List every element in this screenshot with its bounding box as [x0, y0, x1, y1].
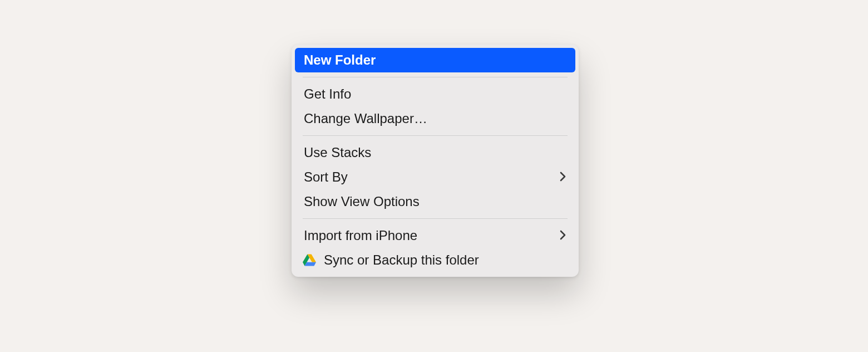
menu-item-label: New Folder	[304, 53, 566, 67]
menu-item-label: Show View Options	[304, 195, 566, 208]
menu-item-new-folder[interactable]: New Folder	[295, 48, 575, 72]
menu-divider	[303, 135, 568, 136]
menu-item-label: Get Info	[304, 87, 566, 101]
google-drive-icon	[302, 252, 317, 268]
menu-item-get-info[interactable]: Get Info	[295, 82, 575, 106]
menu-item-label: Use Stacks	[304, 146, 566, 159]
context-menu[interactable]: New Folder Get Info Change Wallpaper… Us…	[292, 45, 579, 277]
menu-divider	[303, 77, 568, 77]
menu-item-label: Change Wallpaper…	[304, 112, 566, 125]
menu-item-label: Sort By	[304, 170, 560, 184]
menu-item-label: Sync or Backup this folder	[324, 253, 566, 267]
menu-item-sort-by[interactable]: Sort By	[295, 165, 575, 189]
menu-item-sync-or-backup[interactable]: Sync or Backup this folder	[295, 248, 575, 272]
menu-item-label: Import from iPhone	[304, 229, 560, 242]
menu-item-use-stacks[interactable]: Use Stacks	[295, 140, 575, 165]
menu-item-import-from-iphone[interactable]: Import from iPhone	[295, 223, 575, 248]
menu-item-change-wallpaper[interactable]: Change Wallpaper…	[295, 106, 575, 131]
menu-divider	[303, 218, 568, 219]
chevron-right-icon	[560, 170, 566, 184]
chevron-right-icon	[560, 229, 566, 242]
menu-item-show-view-options[interactable]: Show View Options	[295, 189, 575, 214]
